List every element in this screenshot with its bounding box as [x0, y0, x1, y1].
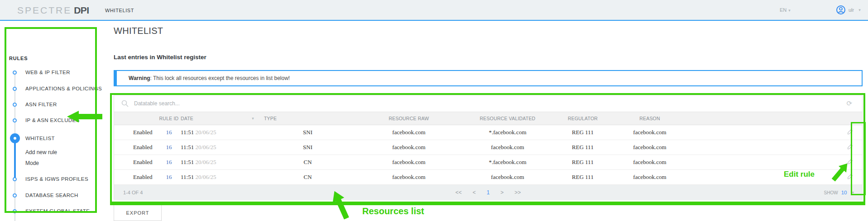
row-day: 20/06/25	[195, 174, 216, 180]
rule-id-link[interactable]: 16	[157, 129, 181, 136]
pagination-last-button[interactable]: >>	[514, 189, 521, 196]
row-reason: facebook.com	[615, 159, 685, 166]
bullet-icon	[13, 87, 17, 91]
warning-banner: Warning: This lock all resources except …	[114, 70, 863, 86]
row-time: 11:51	[181, 144, 194, 150]
edit-rule-button[interactable]	[838, 158, 862, 167]
pagination-current-page[interactable]: 1	[487, 189, 490, 196]
app-frame: SPECTREDPI WHITELIST EN▾ ulr ▾ RULES	[0, 0, 868, 221]
warning-text: : This lock all resources except the res…	[150, 75, 290, 81]
sidebar-item-applications-policings[interactable]: APPLICATIONS & POLICINGS	[25, 85, 102, 92]
bullet-icon	[13, 71, 17, 75]
row-resource-raw: facebook.com	[353, 174, 465, 181]
table-header-row: RULE ID DATE ▾ TYPE RESOURCE RAW RESOURC…	[114, 112, 862, 125]
bullet-icon	[13, 103, 17, 107]
header-date-label: DATE	[181, 116, 193, 121]
top-bar: SPECTREDPI WHITELIST EN▾ ulr ▾	[0, 0, 868, 21]
table-search-row: Datatable search... ⟳	[114, 95, 862, 112]
header-reason[interactable]: REASON	[615, 116, 685, 121]
row-resource-raw: facebook.com	[353, 144, 465, 151]
table-row: Enabled 16 11:51 20/06/25 CN facebook.co…	[114, 155, 862, 170]
brand-bold: DPI	[74, 5, 89, 15]
sidebar-item-database-search[interactable]: DATABASE SEARCH	[25, 192, 78, 199]
username-label: ulr	[849, 7, 854, 13]
table-row: Enabled 16 11:51 20/06/25 SNI facebook.c…	[114, 140, 862, 155]
rule-id-link[interactable]: 16	[157, 159, 181, 166]
sidebar-item-system-global-state[interactable]: SYSTEM GLOBAL STATE	[25, 207, 90, 215]
row-resource-raw: facebook.com	[353, 159, 465, 166]
sidebar-subitem-mode[interactable]: Mode	[25, 160, 39, 167]
pagination-bar: 1-4 OF 4 << < 1 > >> SHOW 10 ▾	[114, 185, 862, 200]
sidebar-item-isps-igws-profiles[interactable]: ISPS & IGWS PROFILES	[25, 175, 88, 183]
page-title: WHITELIST	[114, 26, 163, 36]
row-type: SNI	[262, 144, 353, 151]
rule-id-link[interactable]: 16	[157, 144, 181, 151]
export-button[interactable]: EXPORT	[114, 204, 162, 221]
edit-rule-button[interactable]	[838, 143, 862, 152]
row-status: Enabled	[114, 129, 157, 136]
row-time: 11:51	[181, 129, 194, 136]
pagination-prev-button[interactable]: <	[473, 189, 476, 196]
row-regulator: REG 111	[551, 174, 615, 181]
brand-logo[interactable]: SPECTREDPI	[17, 5, 89, 16]
sidebar-item-web-ip-filter[interactable]: WEB & IP FILTER	[25, 69, 70, 76]
chevron-down-icon: ▾	[852, 190, 854, 195]
header-type[interactable]: TYPE	[262, 116, 353, 121]
resources-table-card: Datatable search... ⟳ RULE ID DATE ▾ TYP…	[114, 95, 863, 200]
topbar-page-title: WHITELIST	[105, 8, 134, 13]
page-size-value[interactable]: 10	[841, 190, 847, 195]
row-date: 11:51 20/06/25	[181, 129, 262, 136]
sidebar-item-asn-filter[interactable]: ASN FILTER	[25, 101, 57, 108]
show-label: SHOW	[824, 190, 838, 195]
sidebar-subitem-add-new-rule[interactable]: Add new rule	[25, 149, 57, 156]
row-resource-validated: facebook.com	[465, 174, 551, 181]
chevron-down-icon: ▾	[788, 8, 791, 13]
user-menu[interactable]: ulr ▾	[836, 5, 861, 15]
search-input[interactable]: Datatable search...	[134, 100, 846, 107]
row-day: 20/06/25	[195, 144, 216, 150]
refresh-icon[interactable]: ⟳	[846, 99, 852, 108]
active-bullet-icon	[10, 133, 20, 143]
bullet-icon	[13, 193, 17, 197]
table-row: Enabled 16 11:51 20/06/25 SNI facebook.c…	[114, 125, 862, 140]
sidebar: RULES WEB & IP FILTER APPLICATIONS & POL…	[0, 22, 102, 221]
row-reason: facebook.com	[615, 174, 685, 181]
row-status: Enabled	[114, 174, 157, 181]
pagination-next-button[interactable]: >	[500, 189, 504, 196]
row-regulator: REG 111	[551, 144, 615, 151]
row-regulator: REG 111	[551, 129, 615, 136]
header-rule-id[interactable]: RULE ID	[157, 116, 181, 121]
bullet-icon	[13, 209, 17, 213]
row-resource-raw: facebook.com	[353, 129, 465, 136]
language-label: EN	[780, 7, 786, 13]
pagination-first-button[interactable]: <<	[456, 189, 462, 196]
page-subtitle: Last entries in Whitelist register	[114, 54, 206, 61]
language-selector[interactable]: EN▾	[780, 7, 791, 13]
header-date[interactable]: DATE ▾	[181, 116, 262, 121]
chevron-down-icon: ▾	[858, 8, 861, 12]
row-status: Enabled	[114, 159, 157, 166]
row-date: 11:51 20/06/25	[181, 174, 262, 181]
row-day: 20/06/25	[195, 159, 216, 165]
sidebar-item-whitelist[interactable]: WHITELIST	[25, 135, 55, 142]
sidebar-timeline-active	[14, 138, 16, 179]
row-type: CN	[262, 174, 353, 181]
sidebar-header: RULES	[9, 56, 28, 61]
row-reason: facebook.com	[615, 144, 685, 151]
rule-id-link[interactable]: 16	[157, 174, 181, 181]
row-day: 20/06/25	[195, 129, 216, 136]
pencil-icon	[847, 158, 854, 165]
sort-descending-icon[interactable]: ▾	[252, 116, 254, 121]
header-regulator[interactable]: REGULATOR	[551, 116, 615, 121]
row-regulator: REG 111	[551, 159, 615, 166]
sidebar-item-ip-asn-excludes[interactable]: IP & ASN EXCLUDES	[25, 117, 80, 124]
pencil-icon	[847, 143, 854, 150]
page-size-selector[interactable]: SHOW 10 ▾	[824, 190, 854, 195]
edit-rule-button[interactable]	[838, 128, 862, 137]
edit-rule-button[interactable]	[838, 173, 862, 182]
header-resource-raw[interactable]: RESOURCE RAW	[353, 116, 465, 121]
header-resource-validated[interactable]: RESOURCE VALIDATED	[465, 116, 551, 121]
row-type: CN	[262, 159, 353, 166]
row-date: 11:51 20/06/25	[181, 144, 262, 151]
row-resource-validated: *.facebook.com	[465, 129, 551, 136]
